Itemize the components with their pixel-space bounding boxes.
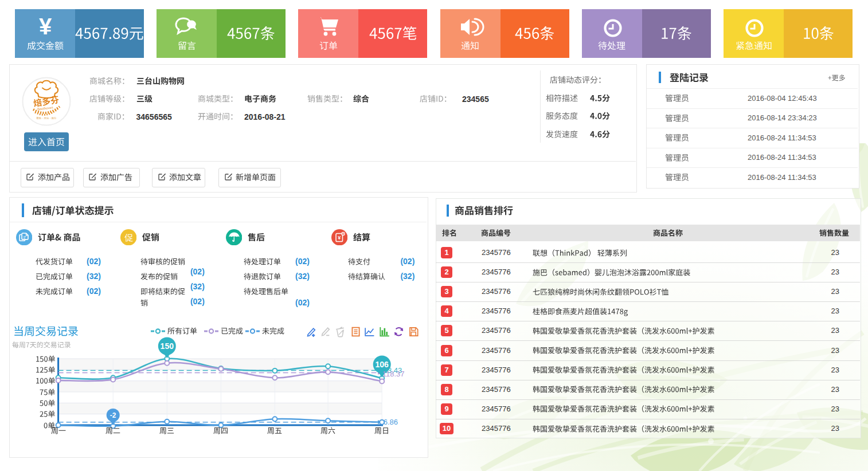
svg-text:¥: ¥ <box>338 235 341 241</box>
svg-text:-2: -2 <box>110 411 116 419</box>
svg-text:¥: ¥ <box>39 14 52 39</box>
svg-text:150: 150 <box>161 342 174 351</box>
